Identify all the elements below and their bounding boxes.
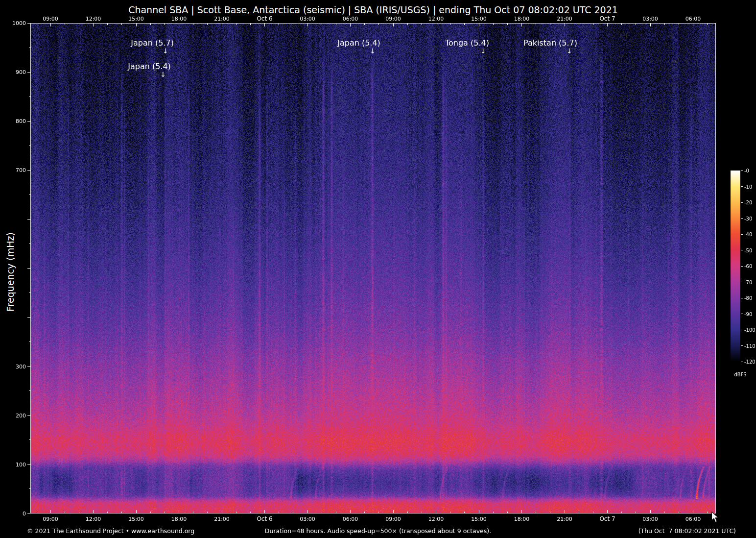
x-tick-label-top: 09:00 bbox=[385, 16, 401, 22]
colorbar-tick-label: -100 bbox=[744, 327, 756, 333]
colorbar-tick-label: -70 bbox=[744, 279, 752, 285]
colorbar-tick-label: -90 bbox=[744, 311, 752, 317]
colorbar-tick-label: -30 bbox=[744, 216, 752, 221]
colorbar-tick-label: -60 bbox=[744, 264, 752, 269]
colorbar-gradient bbox=[731, 171, 740, 362]
x-tick-label-top: Oct 7 bbox=[599, 16, 615, 22]
x-tick-label-bottom: 15:00 bbox=[471, 516, 487, 522]
x-tick-label-bottom: 15:00 bbox=[128, 516, 144, 522]
x-tick-label-top: 21:00 bbox=[214, 16, 230, 22]
x-tick-label-bottom: 09:00 bbox=[43, 516, 58, 522]
x-tick-label-bottom: 18:00 bbox=[171, 516, 187, 522]
x-tick-label-bottom: 06:00 bbox=[685, 516, 701, 522]
x-tick-label-bottom: Oct 6 bbox=[257, 516, 272, 522]
y-tick-label: 700 bbox=[5, 167, 26, 173]
x-tick-label-top: Oct 6 bbox=[257, 16, 272, 22]
colorbar-tick bbox=[741, 345, 743, 346]
y-axis-title: Frequency (mHz) bbox=[5, 232, 16, 312]
colorbar-tick bbox=[741, 171, 743, 171]
y-tick-label: 100 bbox=[5, 461, 26, 467]
colorbar-tick-label: -40 bbox=[744, 232, 752, 237]
figure-title: Channel SBA | Scott Base, Antarctica (se… bbox=[30, 4, 716, 15]
y-tick-label: 0 bbox=[5, 511, 26, 517]
x-tick-label-bottom: 12:00 bbox=[86, 516, 101, 522]
x-tick-label-top: 09:00 bbox=[43, 16, 58, 22]
x-tick-label-bottom: 03:00 bbox=[642, 516, 658, 522]
colorbar-tick-label: -20 bbox=[744, 200, 752, 205]
colorbar-tick bbox=[741, 282, 743, 282]
spectrogram-canvas bbox=[30, 23, 716, 514]
colorbar-tick bbox=[741, 234, 743, 235]
x-tick-label-bottom: 06:00 bbox=[343, 516, 358, 522]
x-tick-label-top: 15:00 bbox=[128, 16, 144, 22]
mouse-cursor-icon bbox=[711, 512, 720, 524]
colorbar-tick bbox=[741, 186, 743, 187]
spectrogram-figure: Channel SBA | Scott Base, Antarctica (se… bbox=[0, 0, 756, 538]
x-tick-label-top: 03:00 bbox=[642, 16, 658, 22]
colorbar-tick bbox=[741, 218, 743, 219]
colorbar-tick-label: -10 bbox=[744, 184, 752, 189]
colorbar-tick bbox=[741, 266, 743, 267]
x-tick-label-top: 21:00 bbox=[557, 16, 572, 22]
colorbar-tick-label: -0 bbox=[744, 168, 749, 173]
colorbar-unit-label: dBFS bbox=[729, 372, 752, 377]
x-tick-label-bottom: 09:00 bbox=[385, 516, 401, 522]
footer-render-timestamp: (Thu Oct 7 08:02:02 2021 UTC) bbox=[638, 527, 736, 535]
colorbar-tick bbox=[741, 202, 743, 203]
x-tick-label-top: 06:00 bbox=[343, 16, 358, 22]
x-tick-label-bottom: 21:00 bbox=[214, 516, 230, 522]
colorbar-tick bbox=[741, 314, 743, 314]
x-tick-label-bottom: 21:00 bbox=[557, 516, 572, 522]
colorbar-tick bbox=[741, 298, 743, 298]
colorbar-tick bbox=[741, 362, 743, 362]
x-tick-label-top: 03:00 bbox=[300, 16, 315, 22]
x-tick-label-top: 15:00 bbox=[471, 16, 487, 22]
x-tick-label-bottom: 18:00 bbox=[514, 516, 530, 522]
colorbar-tick-label: -120 bbox=[744, 359, 756, 365]
colorbar-tick bbox=[741, 330, 743, 330]
colorbar-tick bbox=[741, 250, 743, 250]
x-tick-label-top: 18:00 bbox=[171, 16, 187, 22]
x-tick-label-bottom: Oct 7 bbox=[599, 516, 615, 522]
y-tick-label: 800 bbox=[5, 118, 26, 124]
x-tick-label-top: 06:00 bbox=[685, 16, 701, 22]
y-tick-label: 200 bbox=[5, 412, 26, 418]
y-tick-label: 1000 bbox=[5, 20, 26, 26]
colorbar-tick-label: -110 bbox=[744, 343, 756, 348]
colorbar-tick-label: -50 bbox=[744, 247, 752, 253]
x-tick-label-top: 12:00 bbox=[86, 16, 101, 22]
y-tick-label: 900 bbox=[5, 69, 26, 75]
x-tick-label-bottom: 12:00 bbox=[428, 516, 444, 522]
x-tick-label-bottom: 03:00 bbox=[300, 516, 315, 522]
colorbar-tick-label: -80 bbox=[744, 295, 752, 301]
x-tick-label-top: 18:00 bbox=[514, 16, 530, 22]
y-tick-label: 300 bbox=[5, 363, 26, 369]
x-tick-label-top: 12:00 bbox=[428, 16, 444, 22]
